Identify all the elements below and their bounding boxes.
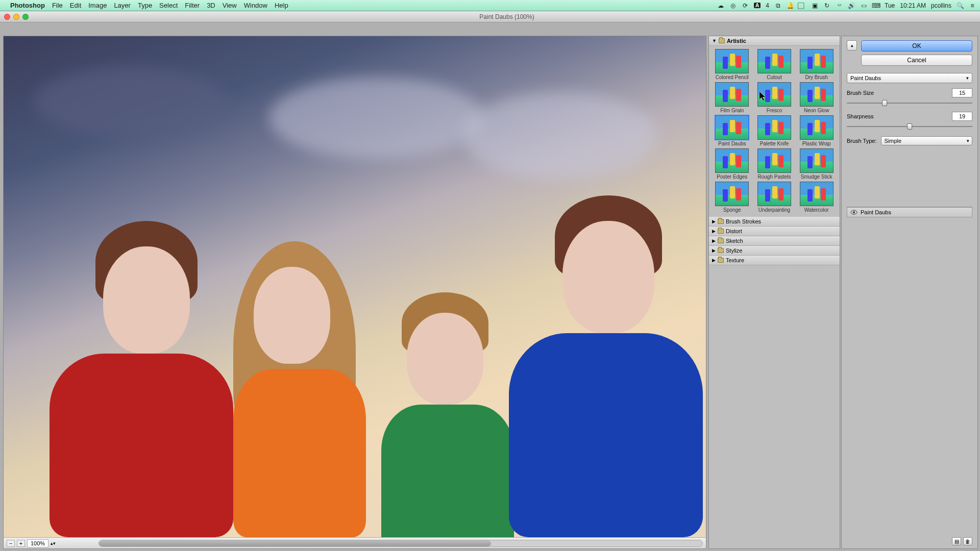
menu-3d[interactable]: 3D <box>207 2 215 9</box>
sharpness-slider[interactable] <box>847 123 972 130</box>
new-effect-layer-button[interactable]: ▤ <box>952 537 961 545</box>
filter-gallery-pane: ▼ Artistic Colored PencilCutoutDry Brush… <box>708 36 840 549</box>
category-stylize[interactable]: ▶Stylize <box>709 246 840 256</box>
filter-thumb-swatch <box>715 182 749 206</box>
filter-thumb-cutout[interactable]: Cutout <box>754 49 795 80</box>
category-brush-strokes[interactable]: ▶Brush Strokes <box>709 217 840 227</box>
filter-thumb-swatch <box>800 82 834 107</box>
notification-center-icon[interactable]: ≡ <box>969 2 976 9</box>
brush-size-label: Brush Size <box>847 90 874 96</box>
filter-thumb-smudge-stick[interactable]: Smudge Stick <box>796 148 837 180</box>
minimize-window-button[interactable] <box>13 14 19 20</box>
adobe-notification-count: 4 <box>766 2 769 9</box>
menu-file[interactable]: File <box>52 2 63 9</box>
adobe-badge[interactable]: A <box>754 3 761 8</box>
cancel-button[interactable]: Cancel <box>861 55 972 66</box>
category-texture[interactable]: ▶Texture <box>709 256 840 265</box>
wifi-icon[interactable]: ⌔ <box>836 2 843 9</box>
category-label: Texture <box>726 257 744 263</box>
menu-window[interactable]: Window <box>244 2 267 9</box>
filter-thumb-film-grain[interactable]: Film Grain <box>712 82 752 113</box>
close-window-button[interactable] <box>4 14 10 20</box>
brush-type-value: Simple <box>885 138 902 144</box>
brush-size-input[interactable] <box>952 88 972 97</box>
collapse-gallery-button[interactable]: ▴ <box>847 40 857 51</box>
filter-thumb-swatch <box>757 182 791 206</box>
menu-image[interactable]: Image <box>88 2 107 9</box>
menu-edit[interactable]: Edit <box>70 2 81 9</box>
param-brush-type: Brush Type: Simple <box>847 136 972 145</box>
filter-thumb-watercolor[interactable]: Watercolor <box>796 182 837 213</box>
category-distort[interactable]: ▶Distort <box>709 227 840 236</box>
delete-effect-layer-button[interactable]: 🗑 <box>963 537 972 545</box>
zoom-level[interactable]: 100% <box>27 539 48 547</box>
brush-type-select[interactable]: Simple <box>881 136 973 145</box>
category-artistic[interactable]: ▼ Artistic <box>709 36 840 46</box>
zoom-out-button[interactable]: − <box>7 540 15 547</box>
menu-layer[interactable]: Layer <box>114 2 131 9</box>
filter-thumb-underpainting[interactable]: Underpainting <box>754 182 795 213</box>
menu-type[interactable]: Type <box>138 2 152 9</box>
filter-thumb-swatch <box>757 49 791 73</box>
filter-thumb-colored-pencil[interactable]: Colored Pencil <box>712 49 752 80</box>
filter-thumb-label: Palette Knife <box>754 141 795 146</box>
sharpness-label: Sharpness <box>847 113 874 119</box>
filter-thumb-label: Plastic Wrap <box>796 141 837 146</box>
disclosure-right-icon: ▶ <box>712 248 716 253</box>
clock-time[interactable]: 10:21 AM <box>900 2 926 9</box>
disclosure-right-icon: ▶ <box>712 258 716 263</box>
window-title: Paint Daubs (100%) <box>34 13 980 20</box>
visibility-eye-icon[interactable] <box>850 209 857 216</box>
app-menu[interactable]: Photoshop <box>10 2 45 9</box>
dropbox-icon[interactable]: ⧉ <box>774 2 781 9</box>
clock-day[interactable]: Tue <box>885 2 895 9</box>
display-icon[interactable]: ⃞ <box>799 2 806 9</box>
airplay-icon[interactable]: ▣ <box>811 2 818 9</box>
filter-thumb-poster-edges[interactable]: Poster Edges <box>712 148 752 180</box>
spotlight-icon[interactable]: 🔍 <box>957 2 964 9</box>
filter-thumb-rough-pastels[interactable]: Rough Pastels <box>754 148 795 180</box>
preview-statusbar: − + 100% ▴▾ <box>4 537 706 548</box>
user-menu[interactable]: pcollins <box>931 2 951 9</box>
filter-thumb-label: Smudge Stick <box>796 174 837 180</box>
menu-view[interactable]: View <box>223 2 237 9</box>
filter-thumb-swatch <box>715 148 749 173</box>
filter-thumb-swatch <box>715 115 749 140</box>
filter-thumb-fresco[interactable]: Fresco <box>754 82 795 113</box>
ok-button[interactable]: OK <box>861 40 972 52</box>
filter-name-select[interactable]: Paint Daubs <box>847 73 972 83</box>
filter-thumb-label: Dry Brush <box>796 74 837 80</box>
filter-thumb-plastic-wrap[interactable]: Plastic Wrap <box>796 115 837 146</box>
menu-help[interactable]: Help <box>275 2 288 9</box>
battery-icon[interactable]: ▭ <box>860 2 867 9</box>
zoom-stepper-icon[interactable]: ▴▾ <box>51 541 56 546</box>
filter-thumb-palette-knife[interactable]: Palette Knife <box>754 115 795 146</box>
filter-thumb-sponge[interactable]: Sponge <box>712 182 752 213</box>
timemachine-icon[interactable]: ↻ <box>823 2 830 9</box>
keyboard-icon[interactable]: ⌨ <box>872 2 879 9</box>
menu-filter[interactable]: Filter <box>185 2 200 9</box>
cloud-icon[interactable]: ☁ <box>717 2 724 9</box>
cc-icon[interactable]: ◎ <box>729 2 737 9</box>
zoom-in-button[interactable]: + <box>17 540 25 547</box>
zoom-window-button[interactable] <box>22 14 29 20</box>
filter-thumb-dry-brush[interactable]: Dry Brush <box>796 49 837 80</box>
volume-icon[interactable]: 🔊 <box>848 2 855 9</box>
category-label: Sketch <box>726 238 743 244</box>
folder-icon <box>718 238 724 243</box>
preview-canvas[interactable] <box>4 36 706 537</box>
window-titlebar: Paint Daubs (100%) <box>0 11 980 22</box>
filter-thumb-neon-glow[interactable]: Neon Glow <box>796 82 837 113</box>
folder-icon <box>718 219 724 224</box>
menu-select[interactable]: Select <box>159 2 178 9</box>
filter-thumb-label: Fresco <box>754 108 795 113</box>
sharpness-input[interactable] <box>952 112 972 121</box>
brush-size-slider[interactable] <box>847 99 972 107</box>
sync-icon[interactable]: ⟳ <box>742 2 749 9</box>
horizontal-scrollbar[interactable] <box>99 540 703 547</box>
effect-layer-row[interactable]: Paint Daubs <box>847 207 972 217</box>
scrollbar-thumb[interactable] <box>99 540 491 546</box>
filter-thumb-paint-daubs[interactable]: Paint Daubs <box>712 115 752 146</box>
notifications-icon[interactable]: 🔔 <box>787 2 794 9</box>
category-sketch[interactable]: ▶Sketch <box>709 236 840 246</box>
